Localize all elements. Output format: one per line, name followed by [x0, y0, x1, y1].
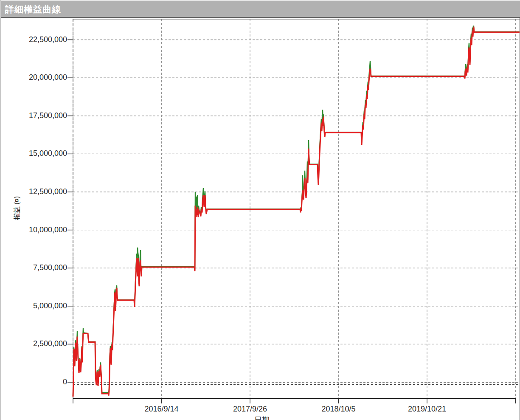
- equity-curve-window: 權益 (¤) 日期 02,500,0005,000,0007,500,00010…: [0, 0, 520, 420]
- y-tick-label: 12,500,000: [16, 187, 67, 196]
- y-tick-label: 20,000,000: [16, 73, 67, 82]
- window-titlebar[interactable]: 詳細權益曲線: [1, 0, 520, 18]
- window-title: 詳細權益曲線: [1, 1, 520, 15]
- y-tick-label: 0: [16, 378, 67, 386]
- x-tick-label: 2019/10/21: [393, 405, 461, 414]
- y-tick-label: 22,500,000: [16, 35, 67, 44]
- equity-close-red-line: [73, 28, 520, 397]
- y-tick-label: 17,500,000: [16, 111, 67, 120]
- x-tick-label: 2017/9/26: [216, 405, 284, 414]
- y-axis-title: 權益 (¤): [13, 196, 22, 220]
- y-tick-label: 10,000,000: [16, 226, 67, 234]
- y-tick-label: 15,000,000: [16, 149, 67, 158]
- equity-peak-green-line: [73, 26, 520, 396]
- y-tick-label: 5,000,000: [16, 302, 67, 310]
- x-axis-title: 日期: [228, 415, 296, 420]
- equity-chart: 權益 (¤) 日期 02,500,0005,000,0007,500,00010…: [1, 0, 520, 420]
- x-tick-label: 2016/9/14: [128, 405, 196, 414]
- chart-canvas: [1, 0, 520, 420]
- y-tick-label: 7,500,000: [16, 263, 67, 272]
- x-tick-label: 2018/10/5: [305, 405, 373, 414]
- y-tick-label: 2,500,000: [16, 339, 67, 348]
